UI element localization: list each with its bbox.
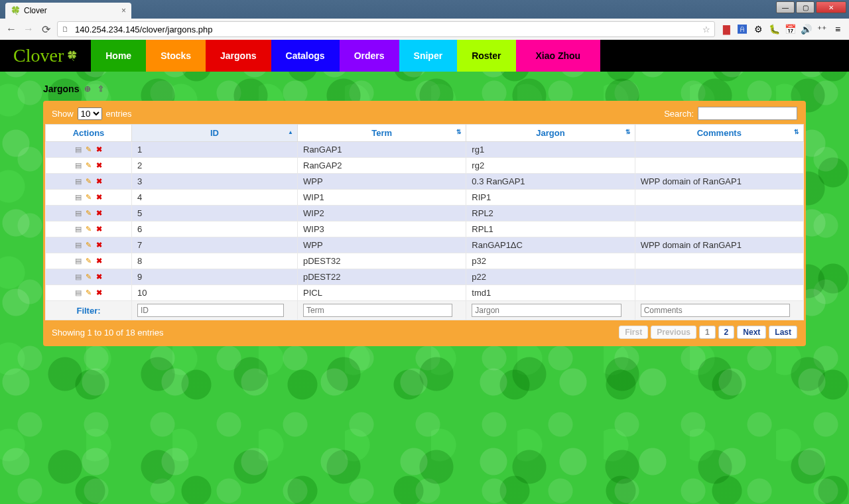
top-nav: Clover🍀 Home Stocks Jargons Catalogs Ord…: [0, 40, 849, 72]
col-jargon[interactable]: Jargon: [466, 125, 635, 142]
cell-id: 1: [132, 142, 298, 158]
reload-button[interactable]: ⟳: [40, 23, 52, 35]
clover-favicon-icon: 🍀: [11, 6, 20, 15]
page-size-select[interactable]: 10: [78, 107, 102, 120]
search-input[interactable]: [698, 107, 797, 120]
cell-id: 6: [132, 221, 298, 237]
delete-icon[interactable]: ✖: [95, 225, 104, 234]
page-2[interactable]: 2: [718, 326, 735, 339]
nav-user[interactable]: Xiao Zhou: [516, 40, 601, 72]
calendar-icon[interactable]: 📅: [784, 23, 796, 35]
edit-icon[interactable]: ✎: [84, 257, 94, 266]
cell-term: RanGAP2: [298, 158, 466, 174]
view-icon[interactable]: ▤: [74, 193, 83, 202]
page-body: Clover🍀 Home Stocks Jargons Catalogs Ord…: [0, 40, 849, 504]
extension-icon[interactable]: ▇: [720, 23, 732, 35]
nav-roster[interactable]: Roster: [457, 40, 515, 72]
view-icon[interactable]: ▤: [74, 273, 83, 282]
browser-tab[interactable]: 🍀 Clover ×: [5, 3, 131, 19]
translate-icon[interactable]: 🅰: [736, 23, 748, 35]
delete-icon[interactable]: ✖: [95, 257, 104, 266]
nav-jargons[interactable]: Jargons: [206, 40, 271, 72]
tab-close-icon[interactable]: ×: [121, 6, 126, 15]
col-id[interactable]: ID: [132, 125, 298, 142]
cell-term: WPP: [298, 237, 466, 253]
forward-button[interactable]: →: [23, 23, 34, 35]
cell-comments: [635, 285, 803, 301]
filter-comments-input[interactable]: [641, 304, 790, 317]
edit-icon[interactable]: ✎: [84, 273, 94, 282]
add-circle-icon[interactable]: ⊕: [83, 84, 92, 94]
cell-comments: [635, 206, 803, 221]
page-first[interactable]: First: [619, 326, 648, 339]
delete-icon[interactable]: ✖: [95, 161, 104, 170]
view-icon[interactable]: ▤: [74, 209, 83, 218]
cell-id: 8: [132, 253, 298, 269]
view-icon[interactable]: ▤: [74, 161, 83, 170]
cell-jargon: rg2: [466, 158, 635, 174]
cell-term: WIP1: [298, 190, 466, 206]
page-heading: Jargons ⊕ ⇪: [43, 84, 806, 94]
filter-row: Filter:: [46, 301, 804, 320]
delete-icon[interactable]: ✖: [95, 209, 104, 218]
menu-icon[interactable]: ≡: [832, 23, 844, 35]
edit-icon[interactable]: ✎: [84, 241, 94, 250]
view-icon[interactable]: ▤: [74, 177, 83, 186]
window-close-button[interactable]: ✕: [816, 1, 846, 13]
window-minimize-button[interactable]: —: [776, 1, 795, 13]
cell-jargon: RPL2: [466, 206, 635, 221]
url-input[interactable]: [75, 25, 702, 34]
cell-jargon: RIP1: [466, 190, 635, 206]
table-row: ▤✎✖5WIP2RPL2: [46, 206, 804, 221]
page-prev[interactable]: Previous: [651, 326, 696, 339]
edit-icon[interactable]: ✎: [84, 161, 94, 170]
table-row: ▤✎✖3WPP0.3 RanGAP1WPP domain of RanGAP1: [46, 174, 804, 190]
delete-icon[interactable]: ✖: [95, 145, 104, 155]
bookmark-star-icon[interactable]: ☆: [702, 25, 710, 34]
extension-icon[interactable]: ⁺⁺: [816, 23, 828, 35]
nav-sniper[interactable]: Sniper: [399, 40, 458, 72]
nav-orders[interactable]: Orders: [340, 40, 399, 72]
edit-icon[interactable]: ✎: [84, 225, 94, 234]
sound-icon[interactable]: 🔊: [800, 23, 812, 35]
filter-term-input[interactable]: [303, 304, 452, 317]
page-next[interactable]: Next: [737, 326, 766, 339]
extension-bug-icon[interactable]: 🐛: [768, 23, 780, 35]
edit-icon[interactable]: ✎: [84, 288, 94, 298]
import-icon[interactable]: ⇪: [96, 84, 105, 94]
delete-icon[interactable]: ✖: [95, 288, 104, 298]
view-icon[interactable]: ▤: [74, 241, 83, 250]
edit-icon[interactable]: ✎: [84, 209, 94, 218]
filter-id-input[interactable]: [137, 304, 284, 317]
col-comments[interactable]: Comments: [635, 125, 803, 142]
edit-icon[interactable]: ✎: [84, 145, 94, 155]
edit-icon[interactable]: ✎: [84, 177, 94, 186]
col-term[interactable]: Term: [298, 125, 466, 142]
page-last[interactable]: Last: [769, 326, 797, 339]
page-1[interactable]: 1: [699, 326, 716, 339]
delete-icon[interactable]: ✖: [95, 273, 104, 282]
brand-logo[interactable]: Clover🍀: [0, 40, 91, 72]
settings-gear-icon[interactable]: ⚙: [752, 23, 764, 35]
edit-icon[interactable]: ✎: [84, 193, 94, 202]
delete-icon[interactable]: ✖: [95, 193, 104, 202]
delete-icon[interactable]: ✖: [95, 177, 104, 186]
browser-chrome: — ▢ ✕ 🍀 Clover × ← → ⟳ 🗋 ☆ ▇ 🅰 ⚙ 🐛 📅 🔊 ⁺…: [0, 0, 849, 40]
filter-label: Filter:: [46, 301, 132, 320]
filter-jargon-input[interactable]: [472, 304, 621, 317]
cell-id: 2: [132, 158, 298, 174]
nav-stocks[interactable]: Stocks: [146, 40, 206, 72]
window-maximize-button[interactable]: ▢: [796, 1, 815, 13]
delete-icon[interactable]: ✖: [95, 241, 104, 250]
view-icon[interactable]: ▤: [74, 145, 83, 155]
toolbar: ← → ⟳ 🗋 ☆ ▇ 🅰 ⚙ 🐛 📅 🔊 ⁺⁺ ≡: [0, 19, 849, 40]
view-icon[interactable]: ▤: [74, 257, 83, 266]
table-row: ▤✎✖10PICLtmd1: [46, 285, 804, 301]
clover-leaf-icon: 🍀: [66, 50, 78, 62]
nav-home[interactable]: Home: [91, 40, 146, 72]
address-bar[interactable]: 🗋 ☆: [57, 21, 715, 37]
view-icon[interactable]: ▤: [74, 225, 83, 234]
view-icon[interactable]: ▤: [74, 288, 83, 298]
back-button[interactable]: ←: [5, 23, 17, 35]
nav-catalogs[interactable]: Catalogs: [271, 40, 340, 72]
